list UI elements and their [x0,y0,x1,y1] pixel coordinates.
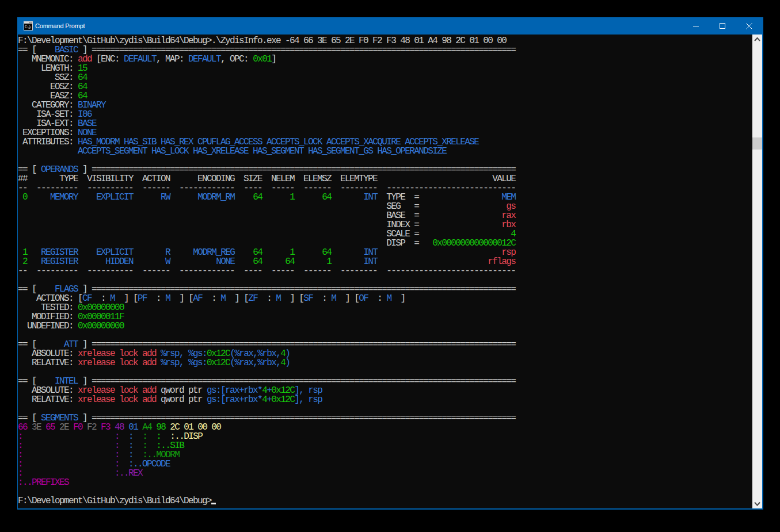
svg-text:C:\: C:\ [25,25,31,29]
